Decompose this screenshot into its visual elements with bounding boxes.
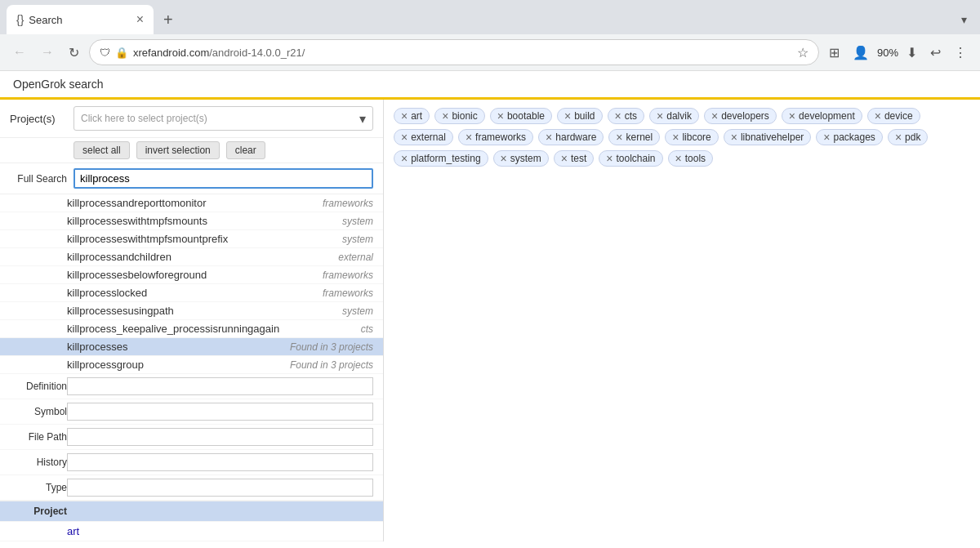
form-rows: Definition Symbol File Path History Type [0, 374, 383, 501]
autocomplete-item[interactable]: killprocess_keepalive_processisrunningag… [0, 320, 383, 338]
autocomplete-item[interactable]: killprocessesusingpath system [0, 302, 383, 320]
type-input[interactable] [67, 479, 373, 497]
chip-label: external [411, 131, 446, 143]
new-tab-button[interactable]: + [157, 7, 180, 33]
chip-remove-icon[interactable]: × [546, 131, 552, 143]
autocomplete-source: system [342, 305, 373, 317]
chip-remove-icon[interactable]: × [615, 110, 621, 122]
project-placeholder: Click here to select project(s) [81, 113, 359, 124]
chip-label: art [411, 110, 422, 122]
forward-button[interactable]: → [36, 42, 59, 63]
chip-remove-icon[interactable]: × [401, 110, 408, 122]
active-tab[interactable]: {} Search × [7, 5, 154, 34]
autocomplete-name: killprocesses [67, 341, 127, 353]
autocomplete-item[interactable]: killprocesslocked frameworks [0, 284, 383, 302]
autocomplete-item[interactable]: killprocessandreporttomonitor frameworks [0, 194, 383, 212]
chip-remove-icon[interactable]: × [501, 153, 507, 164]
app-header: OpenGrok search [0, 71, 980, 100]
chip-remove-icon[interactable]: × [895, 131, 902, 143]
autocomplete-item[interactable]: killprocesseswithtmpfsmounts system [0, 212, 383, 230]
chip-remove-icon[interactable]: × [675, 153, 682, 164]
autocomplete-found: Found in 3 projects [290, 341, 373, 353]
chip-remove-icon[interactable]: × [823, 131, 830, 143]
tab-close-button[interactable]: × [136, 13, 144, 26]
select-all-button[interactable]: select all [74, 141, 130, 159]
symbol-input[interactable] [67, 403, 373, 421]
chip-remove-icon[interactable]: × [466, 131, 472, 143]
chip-art: × art [394, 108, 430, 124]
extensions-button[interactable]: ⊞ [824, 42, 844, 64]
autocomplete-source: frameworks [323, 198, 373, 209]
chip-remove-icon[interactable]: × [442, 110, 448, 122]
autocomplete-source: system [342, 216, 373, 227]
autocomplete-item[interactable]: killprocessgroup Found in 3 projects [0, 356, 383, 374]
chip-remove-icon[interactable]: × [657, 110, 663, 122]
autocomplete-source: system [342, 234, 373, 245]
clear-button[interactable]: clear [226, 141, 265, 159]
autocomplete-source: frameworks [323, 270, 373, 281]
chip-remove-icon[interactable]: × [401, 131, 408, 143]
chip-label: packages [834, 131, 875, 143]
chip-build: × build [557, 108, 603, 124]
chip-remove-icon[interactable]: × [564, 110, 571, 122]
autocomplete-item[interactable]: killprocessesbelowforeground frameworks [0, 266, 383, 284]
list-item[interactable]: art [0, 522, 383, 541]
chip-remove-icon[interactable]: × [497, 110, 504, 122]
chip-remove-icon[interactable]: × [561, 153, 568, 164]
project-actions: select all invert selection clear [0, 138, 383, 163]
chip-frameworks: × frameworks [458, 129, 533, 145]
autocomplete-item[interactable]: killprocesseswithtmpfsmountprefix system [0, 230, 383, 248]
chip-cts: × cts [608, 108, 645, 124]
autocomplete-name: killprocessgroup [67, 359, 144, 371]
chip-remove-icon[interactable]: × [672, 131, 679, 143]
refresh-button[interactable]: ↻ [64, 42, 84, 64]
chip-label: developers [721, 110, 769, 122]
symbol-row: Symbol [0, 399, 383, 425]
full-search-input[interactable] [74, 168, 373, 189]
chip-remove-icon[interactable]: × [789, 110, 795, 122]
project-field-label: Project [10, 506, 67, 517]
projects-label: Project(s) [10, 113, 67, 125]
chip-label: bionic [452, 110, 477, 122]
project-row: Project(s) Click here to select project(… [0, 100, 383, 138]
chip-remove-icon[interactable]: × [731, 131, 737, 143]
chip-label: device [884, 110, 913, 122]
full-search-row: Full Search [0, 163, 383, 194]
definition-input[interactable] [67, 377, 373, 395]
profile-button[interactable]: 👤 [848, 42, 874, 64]
downloads-button[interactable]: ⬇ [902, 42, 922, 64]
tab-title: Search [29, 14, 131, 26]
autocomplete-item[interactable]: killprocessandchildren external [0, 248, 383, 266]
definition-row: Definition [0, 374, 383, 399]
chips-area: × art × bionic × bootable × build × cts … [394, 108, 970, 167]
autocomplete-found: Found in 3 projects [290, 359, 373, 371]
chip-label: kernel [626, 131, 653, 143]
chip-remove-icon[interactable]: × [616, 131, 622, 143]
filepath-input[interactable] [67, 428, 373, 446]
address-bar[interactable]: 🛡 🔒 xrefandroid.com/android-14.0.0_r21/ … [89, 39, 819, 65]
chip-remove-icon[interactable]: × [875, 110, 881, 122]
project-list: art bionic bootable build cts dalvik dev… [0, 522, 383, 541]
autocomplete-name: killprocessandchildren [67, 251, 172, 263]
chip-bootable: × bootable [490, 108, 552, 124]
autocomplete-source: cts [361, 323, 373, 335]
tab-list-chevron[interactable]: ▾ [955, 10, 973, 29]
chip-remove-icon[interactable]: × [711, 110, 718, 122]
right-panel: × art × bionic × bootable × build × cts … [384, 100, 980, 541]
back2-button[interactable]: ↩ [925, 42, 946, 64]
bookmark-icon[interactable]: ☆ [797, 45, 808, 60]
chip-remove-icon[interactable]: × [606, 153, 612, 164]
chip-developers: × developers [704, 108, 777, 124]
chip-packages: × packages [816, 129, 883, 145]
chip-label: hardware [555, 131, 596, 143]
autocomplete-item-highlighted[interactable]: killprocesses Found in 3 projects [0, 338, 383, 356]
more-button[interactable]: ⋮ [949, 42, 972, 64]
invert-selection-button[interactable]: invert selection [136, 141, 220, 159]
main-content: Project(s) Click here to select project(… [0, 100, 980, 541]
back-button[interactable]: ← [8, 42, 31, 63]
project-select[interactable]: Click here to select project(s) ▾ [74, 106, 373, 131]
chip-remove-icon[interactable]: × [401, 153, 408, 164]
shield-icon: 🛡 [100, 47, 110, 59]
history-input[interactable] [67, 453, 373, 471]
chip-label: pdk [905, 131, 920, 143]
